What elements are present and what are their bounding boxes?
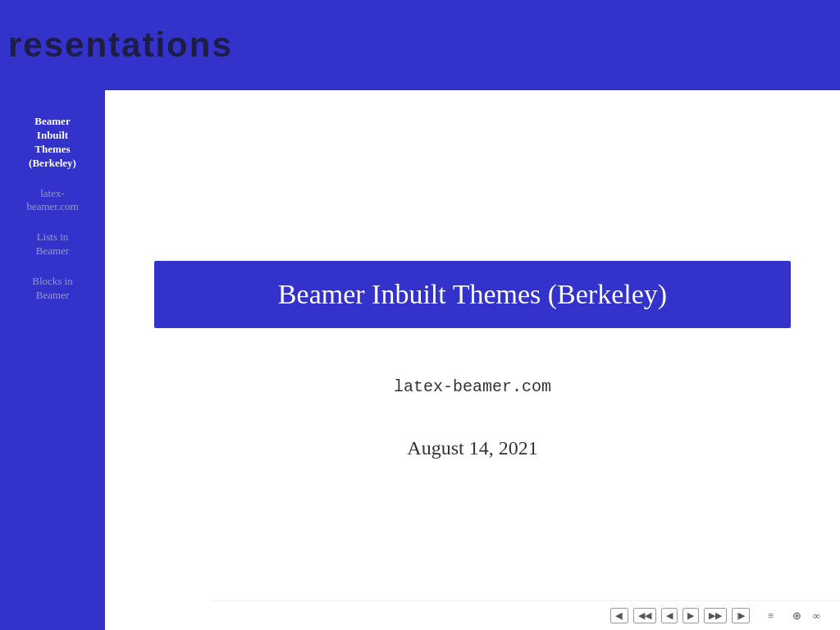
slide-title: Beamer Inbuilt Themes (Berkeley) <box>154 261 791 328</box>
nav-zoom-icon[interactable]: ∞ <box>810 608 824 624</box>
nav-prev-section-button[interactable]: ◀◀ <box>633 608 656 623</box>
top-bar: resentations <box>0 0 840 90</box>
slide-date: August 14, 2021 <box>407 437 537 459</box>
slide-subtitle: latex-beamer.com <box>394 377 551 396</box>
nav-separator-2 <box>782 611 784 621</box>
nav-next-section-button[interactable]: ▶▶ <box>704 608 727 623</box>
sidebar-item-beamer-inbuilt-themes[interactable]: BeamerInbuiltThemes(Berkeley) <box>0 107 105 179</box>
nav-separator-1 <box>755 611 760 621</box>
sidebar-item-latex-beamer-com[interactable]: latex-beamer.com <box>0 179 105 223</box>
nav-next-button[interactable]: ▶ <box>682 608 699 623</box>
main-layout: BeamerInbuiltThemes(Berkeley) latex-beam… <box>0 90 840 630</box>
nav-last-button[interactable]: |▶ <box>732 608 750 623</box>
sidebar-item-blocks-in-beamer[interactable]: Blocks inBeamer <box>0 267 105 311</box>
nav-search-icon[interactable]: ⊕ <box>789 608 805 624</box>
sidebar-item-lists-in-beamer[interactable]: Lists inBeamer <box>0 222 105 267</box>
nav-align-icon[interactable]: ≡ <box>765 608 777 624</box>
nav-first-button[interactable]: ◀| <box>610 608 628 623</box>
slide-content: Beamer Inbuilt Themes (Berkeley) latex-b… <box>105 90 840 630</box>
nav-prev-button[interactable]: ◀ <box>661 608 678 623</box>
sidebar: BeamerInbuiltThemes(Berkeley) latex-beam… <box>0 90 105 630</box>
top-bar-title: resentations <box>8 25 233 65</box>
navigation-bar: ◀| ◀◀ ◀ ▶ ▶▶ |▶ ≡ ⊕ ∞ <box>210 600 840 630</box>
